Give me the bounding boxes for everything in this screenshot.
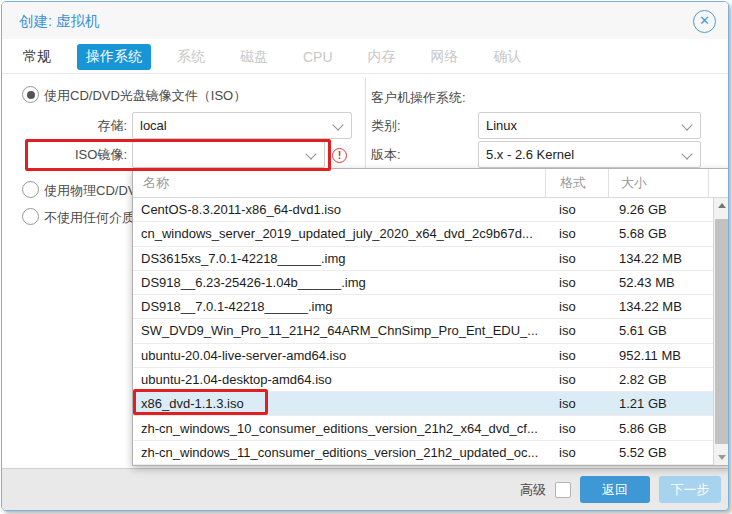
iso-dropdown-grid: 名称 格式 大小 CentOS-8.3.2011-x86_64-dvd1.iso… <box>132 168 729 466</box>
file-name-cell: DS918__7.0.1-42218______.img <box>133 299 545 314</box>
file-name-cell: cn_windows_server_2019_updated_july_2020… <box>133 226 545 241</box>
wizard-tabs: 常规 操作系统 系统 磁盘 CPU 内存 网络 确认 <box>14 44 531 70</box>
table-row[interactable]: ubuntu-21.04-desktop-amd64.iso iso 2.82 … <box>133 368 713 392</box>
table-row[interactable]: CentOS-8.3.2011-x86_64-dvd1.iso iso 9.26… <box>133 198 713 222</box>
file-name-cell: ubuntu-20.04-live-server-amd64.iso <box>133 348 545 363</box>
column-header-name[interactable]: 名称 <box>133 169 545 197</box>
grid-body: CentOS-8.3.2011-x86_64-dvd1.iso iso 9.26… <box>133 198 729 465</box>
file-format-cell: iso <box>545 226 608 241</box>
advanced-label: 高级 <box>520 481 546 499</box>
tab-network: 网络 <box>422 44 468 70</box>
column-header-spacer <box>708 169 729 197</box>
storage-label: 存储: <box>47 112 127 139</box>
file-format-cell: iso <box>545 421 608 436</box>
table-row[interactable]: x86_dvd-1.1.3.iso iso 1.21 GB <box>133 392 713 416</box>
radio-no-media[interactable] <box>22 208 39 225</box>
next-button[interactable]: 下一步 <box>659 476 721 503</box>
file-size-cell: 5.68 GB <box>608 226 713 241</box>
storage-combobox[interactable]: local <box>132 112 352 139</box>
table-row[interactable]: zh-cn_windows_10_consumer_editions_versi… <box>133 416 713 440</box>
file-size-cell: 134.22 MB <box>608 251 713 266</box>
radio-use-iso-label: 使用CD/DVD光盘镜像文件（ISO） <box>44 87 246 105</box>
file-size-cell: 52.43 MB <box>608 275 713 290</box>
column-header-format[interactable]: 格式 <box>545 169 608 197</box>
file-size-cell: 1.21 GB <box>608 396 713 411</box>
file-size-cell: 5.86 GB <box>608 421 713 436</box>
tab-general[interactable]: 常规 <box>14 44 60 70</box>
tabbar-divider <box>2 73 728 74</box>
column-header-size[interactable]: 大小 <box>608 169 708 197</box>
scroll-down-icon[interactable] <box>714 450 729 465</box>
dialog-footer: 高级 返回 下一步 <box>2 468 728 510</box>
close-icon[interactable]: ✕ <box>693 10 716 33</box>
file-name-cell: zh-cn_windows_11_consumer_editions_versi… <box>133 445 545 460</box>
create-vm-dialog: 创建: 虚拟机 ✕ 常规 操作系统 系统 磁盘 CPU 内存 网络 确认 使用C… <box>1 1 729 511</box>
chevron-down-icon <box>681 119 692 130</box>
table-row[interactable]: ubuntu-20.04-live-server-amd64.iso iso 9… <box>133 344 713 368</box>
tab-disks: 磁盘 <box>231 44 277 70</box>
file-format-cell: iso <box>545 251 608 266</box>
os-version-label: 版本: <box>371 141 401 168</box>
os-version-value: 5.x - 2.6 Kernel <box>486 147 574 162</box>
file-name-cell: DS3615xs_7.0.1-42218______.img <box>133 251 545 266</box>
column-divider <box>365 78 366 168</box>
storage-value: local <box>140 118 167 133</box>
file-name-cell: zh-cn_windows_10_consumer_editions_versi… <box>133 421 545 436</box>
file-size-cell: 5.52 GB <box>608 445 713 460</box>
tab-cpu: CPU <box>294 45 342 69</box>
tab-confirm: 确认 <box>485 44 531 70</box>
file-size-cell: 2.82 GB <box>608 372 713 387</box>
validation-error-icon: ! <box>332 148 347 163</box>
file-name-cell: CentOS-8.3.2011-x86_64-dvd1.iso <box>133 202 545 217</box>
advanced-checkbox[interactable] <box>555 482 571 498</box>
file-name-cell: ubuntu-21.04-desktop-amd64.iso <box>133 372 545 387</box>
file-name-cell: SW_DVD9_Win_Pro_11_21H2_64ARM_ChnSimp_Pr… <box>133 323 545 338</box>
table-row[interactable]: DS3615xs_7.0.1-42218______.img iso 134.2… <box>133 247 713 271</box>
file-format-cell: iso <box>545 396 608 411</box>
dialog-header: 创建: 虚拟机 ✕ <box>2 2 728 39</box>
radio-use-iso[interactable] <box>22 86 39 103</box>
os-type-value: Linux <box>486 118 517 133</box>
iso-file-list: CentOS-8.3.2011-x86_64-dvd1.iso iso 9.26… <box>133 198 713 465</box>
iso-image-combobox[interactable] <box>132 141 325 168</box>
file-format-cell: iso <box>545 372 608 387</box>
iso-image-label: ISO镜像: <box>47 141 127 168</box>
radio-no-media-label: 不使用任何介质 <box>44 209 135 227</box>
file-size-cell: 9.26 GB <box>608 202 713 217</box>
table-row[interactable]: cn_windows_server_2019_updated_july_2020… <box>133 222 713 246</box>
tab-memory: 内存 <box>359 44 405 70</box>
file-format-cell: iso <box>545 323 608 338</box>
file-format-cell: iso <box>545 299 608 314</box>
table-row[interactable]: SW_DVD9_Win_Pro_11_21H2_64ARM_ChnSimp_Pr… <box>133 319 713 343</box>
os-version-combobox[interactable]: 5.x - 2.6 Kernel <box>478 141 701 168</box>
table-row[interactable]: zh-cn_windows_11_consumer_editions_versi… <box>133 441 713 465</box>
scrollbar-thumb[interactable] <box>715 219 729 444</box>
guest-os-section-label: 客户机操作系统: <box>371 84 466 111</box>
file-format-cell: iso <box>545 202 608 217</box>
os-type-label: 类别: <box>371 112 401 139</box>
table-row[interactable]: DS918__7.0.1-42218______.img iso 134.22 … <box>133 295 713 319</box>
chevron-down-icon <box>681 148 692 159</box>
file-size-cell: 134.22 MB <box>608 299 713 314</box>
chevron-down-icon <box>305 148 316 159</box>
dialog-title: 创建: 虚拟机 <box>19 12 100 31</box>
file-name-cell: DS918__6.23-25426-1.04b______.img <box>133 275 545 290</box>
file-format-cell: iso <box>545 348 608 363</box>
grid-header: 名称 格式 大小 <box>133 169 729 198</box>
file-size-cell: 5.61 GB <box>608 323 713 338</box>
file-format-cell: iso <box>545 275 608 290</box>
back-button[interactable]: 返回 <box>580 476 650 503</box>
vertical-scrollbar[interactable] <box>713 198 729 465</box>
file-name-cell: x86_dvd-1.1.3.iso <box>133 396 545 411</box>
file-format-cell: iso <box>545 445 608 460</box>
radio-use-physical[interactable] <box>22 181 39 198</box>
chevron-down-icon <box>332 119 343 130</box>
scroll-up-icon[interactable] <box>714 198 729 213</box>
os-type-combobox[interactable]: Linux <box>478 112 701 139</box>
tab-system: 系统 <box>168 44 214 70</box>
file-size-cell: 952.11 MB <box>608 348 713 363</box>
tab-os[interactable]: 操作系统 <box>77 44 151 70</box>
table-row[interactable]: DS918__6.23-25426-1.04b______.img iso 52… <box>133 271 713 295</box>
